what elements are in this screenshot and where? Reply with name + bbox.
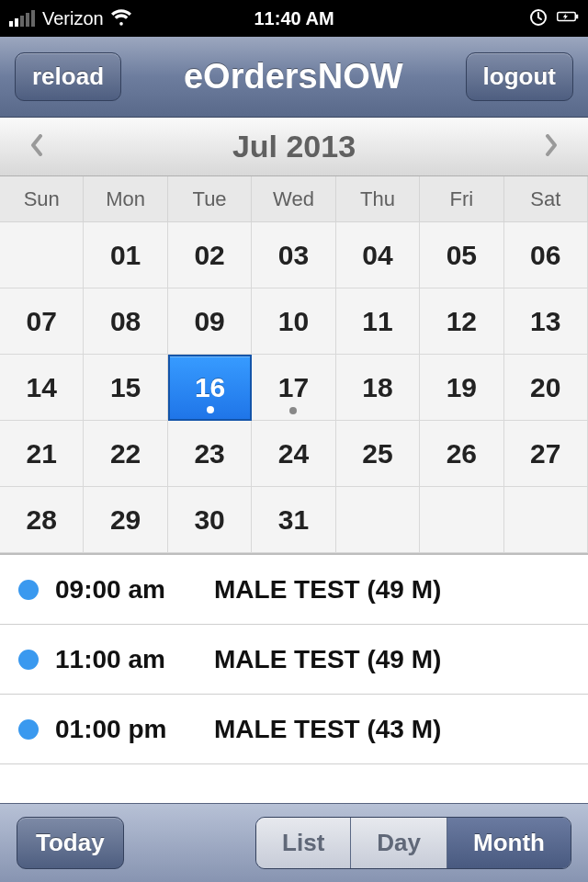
top-toolbar: reload eOrdersNOW logout: [0, 37, 588, 118]
calendar-day-cell[interactable]: 24: [252, 421, 335, 487]
calendar-day-cell[interactable]: 09: [168, 288, 252, 355]
event-list: 09:00 amMALE TEST (49 M)11:00 amMALE TES…: [0, 555, 588, 764]
signal-icon: [9, 10, 35, 27]
event-row[interactable]: 11:00 amMALE TEST (49 M): [0, 625, 588, 695]
calendar-day-cell[interactable]: 06: [504, 222, 588, 288]
calendar-day-cell[interactable]: 03: [252, 222, 335, 288]
calendar-day-cell[interactable]: 21: [0, 421, 84, 487]
calendar-day-cell[interactable]: 11: [336, 288, 420, 355]
calendar-day-cell[interactable]: 25: [336, 421, 420, 487]
dow-cell: Wed: [252, 176, 335, 222]
calendar-day-number: 07: [27, 306, 57, 337]
calendar-day-number: 14: [27, 372, 57, 403]
calendar-day-cell[interactable]: 20: [504, 355, 588, 421]
calendar-day-number: 12: [447, 306, 477, 337]
calendar-day-number: 09: [194, 306, 224, 337]
battery-charging-icon: [557, 6, 579, 32]
calendar-day-cell[interactable]: 08: [84, 288, 167, 355]
segment-month[interactable]: Month: [447, 818, 571, 868]
event-color-dot: [18, 650, 39, 670]
event-color-dot: [18, 580, 39, 600]
dow-cell: Thu: [336, 176, 420, 222]
view-segmented-control: ListDayMonth: [255, 817, 571, 869]
reload-button[interactable]: reload: [15, 52, 121, 101]
calendar-day-cell[interactable]: 17: [252, 355, 335, 421]
calendar-day-cell[interactable]: 23: [168, 421, 252, 487]
calendar-grid: 0102030405060708091011121314151617181920…: [0, 222, 588, 553]
logout-button[interactable]: logout: [466, 52, 573, 101]
calendar-day-number: 16: [195, 372, 225, 403]
calendar-blank-cell: [420, 487, 503, 553]
svg-rect-2: [576, 14, 578, 18]
calendar-day-number: 29: [110, 504, 141, 536]
calendar-day-cell[interactable]: 04: [336, 222, 420, 288]
calendar-day-cell[interactable]: 07: [0, 288, 84, 355]
calendar-day-cell[interactable]: 10: [252, 288, 335, 355]
calendar-day-cell[interactable]: 14: [0, 355, 84, 421]
calendar-day-cell[interactable]: 19: [420, 355, 503, 421]
calendar-day-number: 18: [362, 372, 392, 403]
wifi-icon: [111, 6, 131, 31]
calendar-day-number: 21: [27, 438, 57, 469]
calendar-day-cell[interactable]: 18: [336, 355, 420, 421]
alarm-icon: [527, 6, 549, 32]
event-row[interactable]: 01:00 pmMALE TEST (43 M): [0, 695, 588, 764]
calendar-day-number: 30: [194, 504, 224, 536]
event-title: MALE TEST (49 M): [214, 575, 441, 605]
calendar-day-number: 10: [278, 306, 309, 337]
next-month-button[interactable]: [535, 126, 568, 168]
calendar-day-cell[interactable]: 15: [84, 355, 167, 421]
carrier-label: Verizon: [42, 8, 104, 29]
calendar-blank-cell: [0, 222, 84, 288]
app-title: eOrdersNOW: [184, 57, 403, 96]
calendar-day-number: 02: [194, 240, 224, 271]
calendar-day-cell[interactable]: 13: [504, 288, 588, 355]
calendar-day-number: 15: [110, 372, 141, 403]
calendar-day-cell[interactable]: 28: [0, 487, 84, 553]
segment-day[interactable]: Day: [351, 818, 447, 868]
calendar-day-cell[interactable]: 27: [504, 421, 588, 487]
calendar-blank-cell: [504, 487, 588, 553]
prev-month-button[interactable]: [20, 126, 53, 168]
event-row[interactable]: 09:00 amMALE TEST (49 M): [0, 555, 588, 625]
calendar-day-number: 25: [362, 438, 392, 469]
calendar-day-cell[interactable]: 22: [84, 421, 167, 487]
calendar-day-number: 19: [447, 372, 477, 403]
calendar-day-cell[interactable]: 26: [420, 421, 503, 487]
calendar-day-number: 05: [447, 240, 477, 271]
event-dot-indicator: [207, 406, 214, 413]
calendar-day-cell[interactable]: 31: [252, 487, 335, 553]
calendar-day-number: 22: [110, 438, 141, 469]
bottom-toolbar: Today ListDayMonth: [0, 803, 588, 882]
today-button[interactable]: Today: [17, 817, 124, 869]
calendar-day-cell[interactable]: 02: [168, 222, 252, 288]
dow-cell: Sun: [0, 176, 84, 222]
calendar-day-number: 17: [278, 372, 309, 403]
dow-cell: Mon: [84, 176, 167, 222]
event-time: 01:00 pm: [55, 715, 198, 744]
calendar-day-cell[interactable]: 29: [84, 487, 167, 553]
calendar-day-number: 28: [27, 504, 57, 536]
event-title: MALE TEST (49 M): [214, 645, 441, 674]
calendar-blank-cell: [336, 487, 420, 553]
calendar-day-number: 27: [530, 438, 560, 469]
calendar-day-number: 06: [530, 240, 560, 271]
event-dot-indicator: [289, 407, 297, 414]
calendar-day-number: 24: [278, 438, 309, 469]
calendar-day-number: 01: [110, 240, 141, 271]
calendar-day-cell[interactable]: 16: [168, 355, 252, 421]
status-time: 11:40 AM: [199, 8, 390, 29]
dow-cell: Tue: [168, 176, 252, 222]
month-title: Jul 2013: [232, 129, 356, 164]
calendar-day-cell[interactable]: 05: [420, 222, 503, 288]
calendar-day-number: 26: [447, 438, 477, 469]
calendar-day-number: 04: [362, 240, 392, 271]
event-time: 11:00 am: [55, 645, 198, 674]
calendar-day-cell[interactable]: 01: [84, 222, 167, 288]
segment-list[interactable]: List: [256, 818, 351, 868]
event-title: MALE TEST (43 M): [214, 715, 441, 744]
calendar-day-cell[interactable]: 12: [420, 288, 503, 355]
calendar-day-cell[interactable]: 30: [168, 487, 252, 553]
calendar-day-number: 03: [278, 240, 309, 271]
calendar-day-number: 11: [362, 306, 392, 337]
